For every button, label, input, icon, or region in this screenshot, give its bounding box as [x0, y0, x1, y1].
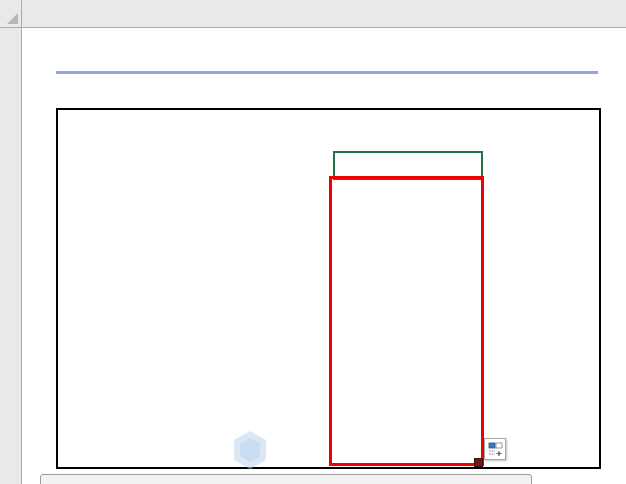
autofill-options-icon: [488, 442, 503, 457]
autofill-options-button[interactable]: [484, 438, 506, 460]
select-all-triangle-icon: [7, 13, 18, 24]
title-underline: [56, 71, 598, 74]
row-header-strip: [0, 28, 22, 484]
column-header-strip: [0, 0, 626, 28]
excel-worksheet: [0, 0, 626, 484]
fill-handle[interactable]: [474, 458, 483, 467]
select-all-corner[interactable]: [0, 0, 22, 27]
cutoff-tooltip: [40, 474, 532, 484]
annotation-red-box: [329, 176, 484, 466]
